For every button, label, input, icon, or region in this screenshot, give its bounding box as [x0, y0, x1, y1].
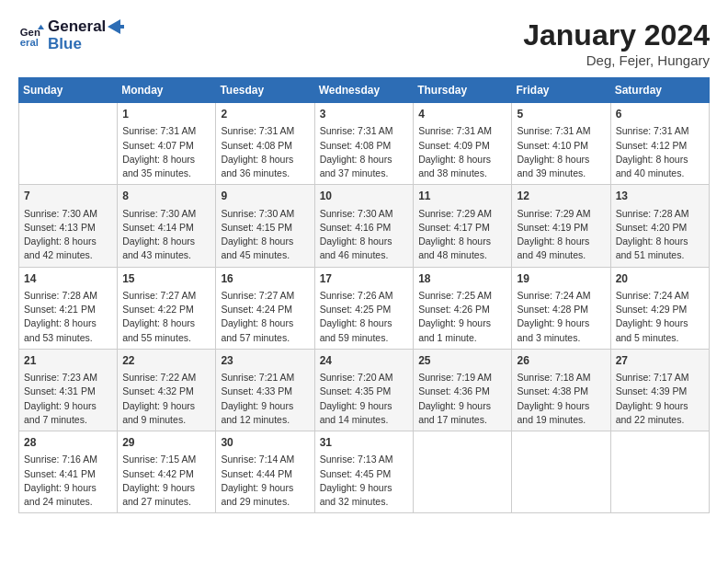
day-number: 16 — [221, 271, 309, 287]
day-info: Sunrise: 7:18 AM — [517, 371, 605, 385]
day-info: Sunrise: 7:15 AM — [122, 453, 210, 466]
day-info: Daylight: 9 hours — [320, 399, 409, 413]
day-info: Sunrise: 7:31 AM — [418, 124, 506, 138]
day-info: and 12 minutes. — [221, 413, 309, 427]
calendar-cell: 16Sunrise: 7:27 AMSunset: 4:24 PMDayligh… — [216, 267, 314, 349]
day-info: and 59 minutes. — [320, 331, 409, 345]
calendar-cell: 6Sunrise: 7:31 AMSunset: 4:12 PMDaylight… — [610, 103, 709, 185]
day-info: and 22 minutes. — [616, 413, 704, 427]
day-info: and 24 minutes. — [24, 495, 112, 509]
day-info: Sunrise: 7:21 AM — [221, 371, 309, 385]
day-info: and 17 minutes. — [418, 413, 506, 427]
week-row-2: 7Sunrise: 7:30 AMSunset: 4:13 PMDaylight… — [19, 185, 710, 267]
day-info: Sunset: 4:41 PM — [24, 467, 112, 481]
day-number: 27 — [616, 353, 704, 369]
day-number: 1 — [122, 107, 210, 122]
day-info: Sunset: 4:09 PM — [418, 139, 506, 153]
day-info: Sunrise: 7:13 AM — [320, 453, 409, 466]
page-header: Gen eral General Blue January 2024 Deg, … — [18, 18, 710, 68]
day-info: and 48 minutes. — [418, 248, 506, 262]
calendar-cell: 4Sunrise: 7:31 AMSunset: 4:09 PMDaylight… — [414, 103, 512, 185]
day-info: Daylight: 8 hours — [221, 153, 309, 167]
week-row-5: 28Sunrise: 7:16 AMSunset: 4:41 PMDayligh… — [19, 431, 710, 513]
day-info: Sunset: 4:35 PM — [320, 385, 409, 398]
day-header-thursday: Thursday — [414, 78, 512, 103]
svg-text:eral: eral — [20, 36, 39, 47]
day-info: Daylight: 8 hours — [517, 153, 605, 167]
day-info: Daylight: 8 hours — [517, 235, 605, 248]
day-number: 20 — [616, 271, 704, 287]
calendar-cell: 2Sunrise: 7:31 AMSunset: 4:08 PMDaylight… — [216, 103, 314, 185]
day-info: Daylight: 8 hours — [320, 235, 409, 248]
day-number: 22 — [122, 353, 210, 369]
calendar-cell: 5Sunrise: 7:31 AMSunset: 4:10 PMDaylight… — [512, 103, 610, 185]
day-number: 17 — [320, 271, 409, 287]
day-info: and 3 minutes. — [517, 331, 605, 345]
week-row-3: 14Sunrise: 7:28 AMSunset: 4:21 PMDayligh… — [19, 267, 710, 349]
day-info: Daylight: 8 hours — [122, 235, 210, 248]
day-info: Sunset: 4:16 PM — [320, 221, 409, 235]
day-info: Sunrise: 7:31 AM — [517, 124, 605, 138]
day-number: 6 — [616, 107, 704, 122]
day-info: and 36 minutes. — [221, 167, 309, 180]
day-info: Daylight: 8 hours — [221, 235, 309, 248]
day-info: Daylight: 9 hours — [320, 481, 409, 495]
day-number: 29 — [122, 435, 210, 451]
day-info: Sunset: 4:36 PM — [418, 385, 506, 398]
day-info: and 5 minutes. — [616, 331, 704, 345]
day-info: Sunrise: 7:14 AM — [221, 453, 309, 466]
day-info: Daylight: 9 hours — [221, 399, 309, 413]
day-info: Sunset: 4:19 PM — [517, 221, 605, 235]
day-info: and 38 minutes. — [418, 167, 506, 180]
calendar-cell: 27Sunrise: 7:17 AMSunset: 4:39 PMDayligh… — [610, 349, 709, 431]
day-info: Sunset: 4:24 PM — [221, 303, 309, 316]
day-info: Sunrise: 7:30 AM — [122, 207, 210, 221]
day-info: Sunset: 4:08 PM — [320, 139, 409, 153]
day-info: Sunrise: 7:24 AM — [616, 289, 704, 303]
day-info: Daylight: 9 hours — [616, 399, 704, 413]
day-info: and 37 minutes. — [320, 167, 409, 180]
day-info: and 27 minutes. — [122, 495, 210, 509]
logo-blue-text: Blue — [48, 36, 82, 53]
day-info: Sunset: 4:28 PM — [517, 303, 605, 316]
day-number: 18 — [418, 271, 506, 287]
day-info: Sunset: 4:31 PM — [24, 385, 112, 398]
calendar-cell: 13Sunrise: 7:28 AMSunset: 4:20 PMDayligh… — [610, 185, 709, 267]
day-info: Sunset: 4:15 PM — [221, 221, 309, 235]
day-info: Daylight: 9 hours — [418, 316, 506, 330]
calendar-body: 1Sunrise: 7:31 AMSunset: 4:07 PMDaylight… — [19, 103, 710, 513]
day-info: Sunrise: 7:31 AM — [616, 124, 704, 138]
day-number: 8 — [122, 189, 210, 204]
days-of-week-row: SundayMondayTuesdayWednesdayThursdayFrid… — [19, 78, 710, 103]
day-number: 11 — [418, 189, 506, 204]
day-info: and 55 minutes. — [122, 331, 210, 345]
day-info: Daylight: 8 hours — [320, 316, 409, 330]
day-info: and 35 minutes. — [122, 167, 210, 180]
day-info: Sunrise: 7:29 AM — [418, 207, 506, 221]
day-info: Daylight: 9 hours — [418, 399, 506, 413]
day-info: and 32 minutes. — [320, 495, 409, 509]
day-header-wednesday: Wednesday — [314, 78, 414, 103]
day-info: and 19 minutes. — [517, 413, 605, 427]
logo-text: General — [48, 18, 106, 36]
calendar-cell: 12Sunrise: 7:29 AMSunset: 4:19 PMDayligh… — [512, 185, 610, 267]
day-info: Sunrise: 7:31 AM — [221, 124, 309, 138]
day-info: Sunset: 4:42 PM — [122, 467, 210, 481]
calendar-cell — [512, 431, 610, 513]
day-info: Sunset: 4:17 PM — [418, 221, 506, 235]
day-info: Sunrise: 7:16 AM — [24, 453, 112, 466]
day-number: 2 — [221, 107, 309, 122]
week-row-4: 21Sunrise: 7:23 AMSunset: 4:31 PMDayligh… — [19, 349, 710, 431]
day-number: 14 — [24, 271, 112, 287]
calendar-cell: 7Sunrise: 7:30 AMSunset: 4:13 PMDaylight… — [19, 185, 118, 267]
day-number: 13 — [616, 189, 704, 204]
day-info: and 29 minutes. — [221, 495, 309, 509]
day-number: 21 — [24, 353, 112, 369]
day-header-tuesday: Tuesday — [216, 78, 314, 103]
logo: Gen eral General Blue — [18, 18, 124, 52]
day-info: Sunrise: 7:25 AM — [418, 289, 506, 303]
day-info: Sunrise: 7:17 AM — [616, 371, 704, 385]
day-info: Sunset: 4:21 PM — [24, 303, 112, 316]
day-info: Daylight: 8 hours — [122, 316, 210, 330]
day-info: Sunrise: 7:24 AM — [517, 289, 605, 303]
